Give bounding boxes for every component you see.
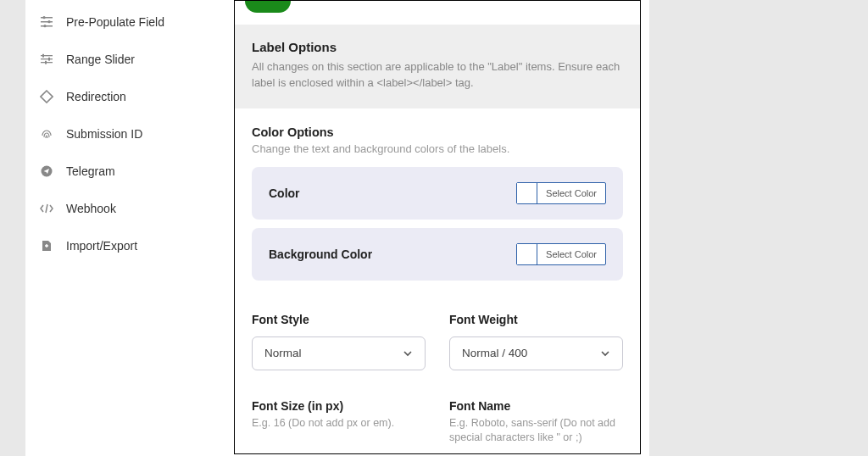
page: Pre-Populate Field Range Slider Redirect… xyxy=(0,0,868,456)
font-name-col: Font Name E.g. Roboto, sans-serif (Do no… xyxy=(449,399,623,446)
sidebar-item-label: Telegram xyxy=(66,164,115,178)
svg-point-3 xyxy=(42,16,45,19)
font-style-value: Normal xyxy=(264,347,302,359)
sidebar-item-label: Webhook xyxy=(66,202,116,215)
font-style-label: Font Style xyxy=(252,313,426,326)
font-size-label: Font Size (in px) xyxy=(252,399,426,413)
sidebar: Pre-Populate Field Range Slider Redirect… xyxy=(25,0,220,456)
section-header: Label Options All changes on this sectio… xyxy=(235,25,640,108)
sidebar-item-pre-populate-field[interactable]: Pre-Populate Field xyxy=(25,3,220,41)
right-gutter xyxy=(649,0,868,456)
color-swatch-icon xyxy=(517,244,537,264)
color-row-background: Background Color Select Color xyxy=(252,228,623,281)
section-desc: All changes on this section are applicab… xyxy=(252,59,623,92)
color-btn-text: Select Color xyxy=(537,244,605,264)
svg-point-5 xyxy=(43,25,46,27)
chevron-down-icon xyxy=(403,348,413,359)
sidebar-item-webhook[interactable]: Webhook xyxy=(25,190,220,227)
sidebar-item-label: Import/Export xyxy=(66,239,137,253)
sidebar-item-range-slider[interactable]: Range Slider xyxy=(25,41,220,78)
diamond-icon xyxy=(39,89,54,104)
svg-rect-7 xyxy=(41,58,53,59)
select-bgcolor-button[interactable]: Select Color xyxy=(516,243,606,265)
font-weight-value: Normal / 400 xyxy=(462,347,527,359)
font-style-col: Font Style Normal xyxy=(252,313,426,370)
sliders-h-icon xyxy=(39,52,54,67)
color-options-desc: Change the text and background colors of… xyxy=(252,142,623,155)
svg-rect-0 xyxy=(41,17,53,19)
color-options-title: Color Options xyxy=(252,125,623,139)
settings-panel: Label Options All changes on this sectio… xyxy=(234,0,641,454)
sidebar-item-telegram[interactable]: Telegram xyxy=(25,153,220,190)
fingerprint-icon xyxy=(39,126,54,142)
left-gutter xyxy=(0,0,25,456)
sidebar-item-label: Range Slider xyxy=(66,53,135,66)
font-size-col: Font Size (in px) E.g. 16 (Do not add px… xyxy=(252,399,426,446)
sidebar-item-import-export[interactable]: Import/Export xyxy=(25,227,220,264)
svg-rect-9 xyxy=(42,54,44,58)
font-row-1: Font Style Normal Font Weight Normal / 4… xyxy=(252,313,623,370)
font-style-select[interactable]: Normal xyxy=(252,336,426,370)
svg-rect-10 xyxy=(48,58,50,61)
svg-rect-11 xyxy=(45,61,47,64)
sidebar-item-redirection[interactable]: Redirection xyxy=(25,78,220,115)
select-color-button[interactable]: Select Color xyxy=(516,182,606,204)
font-row-2: Font Size (in px) E.g. 16 (Do not add px… xyxy=(252,399,623,446)
sidebar-item-label: Redirection xyxy=(66,90,126,103)
font-weight-label: Font Weight xyxy=(449,313,623,326)
main-area: Label Options All changes on this sectio… xyxy=(220,0,649,456)
sidebar-item-label: Submission ID xyxy=(66,127,142,141)
font-name-label: Font Name xyxy=(449,399,623,413)
content-wrap: Pre-Populate Field Range Slider Redirect… xyxy=(25,0,649,456)
svg-rect-2 xyxy=(41,25,53,27)
font-name-hint: E.g. Roboto, sans-serif (Do not add spec… xyxy=(449,416,623,446)
chevron-down-icon xyxy=(600,348,610,359)
color-btn-text: Select Color xyxy=(537,183,605,203)
sidebar-item-submission-id[interactable]: Submission ID xyxy=(25,115,220,153)
font-weight-col: Font Weight Normal / 400 xyxy=(449,313,623,370)
font-weight-select[interactable]: Normal / 400 xyxy=(449,336,623,370)
enable-toggle[interactable] xyxy=(245,1,291,13)
color-row-label: Color xyxy=(269,186,300,200)
color-row-label: Background Color xyxy=(269,247,372,261)
import-export-icon xyxy=(39,238,54,253)
api-icon xyxy=(39,201,54,216)
sliders-icon xyxy=(39,14,54,30)
svg-point-4 xyxy=(47,20,50,23)
color-swatch-icon xyxy=(517,183,537,203)
section-title: Label Options xyxy=(252,40,623,54)
panel-body: Color Options Change the text and backgr… xyxy=(235,108,640,446)
svg-rect-1 xyxy=(41,21,53,23)
sidebar-item-label: Pre-Populate Field xyxy=(66,15,164,29)
font-size-hint: E.g. 16 (Do not add px or em). xyxy=(252,416,426,431)
send-icon xyxy=(39,164,54,179)
color-row-text: Color Select Color xyxy=(252,167,623,220)
toggle-wrap xyxy=(235,1,640,25)
